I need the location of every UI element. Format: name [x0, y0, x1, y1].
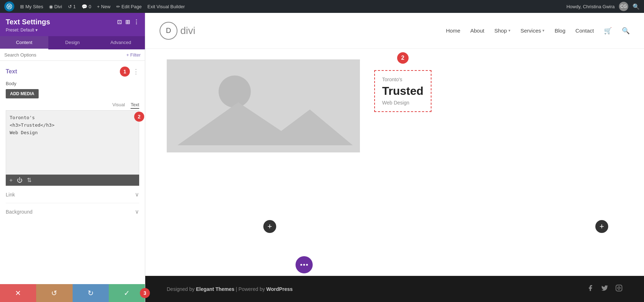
hero-small-text: Toronto's [382, 77, 424, 82]
avatar[interactable]: CG [619, 2, 628, 11]
editor-line-3: Web Design [10, 129, 135, 137]
background-section: Background ∨ [6, 203, 139, 220]
toolbar-arrows-btn[interactable]: ⇅ [27, 177, 31, 184]
logo-text: divi [180, 25, 195, 36]
section-more-icon[interactable]: ⋮ [133, 68, 139, 76]
admin-bar-right: Howdy, Christina Gwira CG 🔍 [566, 2, 640, 11]
services-arrow-icon: ▾ [542, 28, 545, 33]
comments-btn[interactable]: 💬 0 [82, 4, 91, 9]
site-nav-links: Home About Shop ▾ Services ▾ Blog Contac [446, 27, 630, 35]
nav-about[interactable]: About [470, 28, 484, 34]
svg-rect-5 [616, 285, 622, 291]
my-sites-menu[interactable]: ⊞ My Sites [20, 4, 43, 9]
panel-title-text: Text Settings [6, 18, 50, 26]
more-icon[interactable]: ⋮ [133, 19, 139, 25]
search-bar: + Filter [0, 49, 145, 61]
plus-button-right[interactable]: + [595, 220, 608, 233]
search-input[interactable] [4, 52, 123, 58]
bottom-buttons: ✕ ↺ ↻ ✓ 3 [0, 284, 145, 302]
toolbar-power-btn[interactable]: ⏻ [17, 177, 23, 184]
text-tab[interactable]: Text [131, 101, 139, 109]
hero-image-placeholder [167, 59, 360, 152]
divi-menu[interactable]: ◉ Divi [49, 4, 62, 9]
background-chevron-icon: ∨ [135, 208, 139, 215]
comment-icon: 💬 [82, 4, 87, 9]
fab-button[interactable] [296, 256, 313, 273]
nav-home[interactable]: Home [446, 28, 460, 34]
shop-arrow-icon: ▾ [508, 28, 511, 33]
text-section-header: Text 1 ⋮ [6, 67, 139, 77]
text-module-box[interactable]: Toronto's Trusted Web Design [374, 70, 431, 112]
instagram-icon[interactable] [615, 284, 623, 293]
facebook-icon[interactable] [587, 284, 594, 293]
preview-area: D divi Home About Shop ▾ Services ▾ [145, 13, 644, 302]
panel-tabs: Content Design Advanced [0, 36, 145, 49]
link-chevron-icon: ∨ [135, 191, 139, 198]
nav-blog[interactable]: Blog [555, 28, 565, 34]
svg-point-8 [303, 264, 305, 266]
editor-toolbar: + ⏻ ⇅ [6, 175, 139, 186]
add-media-button[interactable]: ADD MEDIA [6, 89, 39, 98]
search-icon[interactable]: 🔍 [633, 3, 640, 10]
wp-admin-bar: W ⊞ My Sites ◉ Divi ↺ 1 💬 0 + New ✏ Edit… [0, 0, 644, 13]
text-editor[interactable]: Toronto's <h3>Trusted</h3> Web Design [6, 110, 139, 175]
site-logo: D divi [160, 22, 195, 40]
exit-builder-btn[interactable]: Exit Visual Builder [147, 4, 185, 9]
edit-page-btn[interactable]: ✏ Edit Page [116, 4, 142, 9]
panel-title-row: Text Settings ⊡ ⊞ ⋮ [6, 18, 139, 26]
new-btn[interactable]: + New [97, 4, 111, 9]
search-nav-icon[interactable]: 🔍 [622, 27, 630, 35]
badge-3: 3 [140, 288, 150, 298]
wordpress-logo[interactable]: W [4, 1, 14, 11]
body-label: Body [6, 81, 139, 86]
twitter-icon[interactable] [601, 284, 608, 293]
footer-text: Designed by Elegant Themes | Powered by … [167, 286, 293, 292]
toolbar-plus-btn[interactable]: + [9, 177, 13, 184]
link-section-header[interactable]: Link ∨ [6, 191, 139, 198]
tab-advanced[interactable]: Advanced [97, 36, 145, 49]
hero-text-area: 2 Toronto's Trusted Web Design [374, 59, 431, 112]
tab-content[interactable]: Content [0, 36, 48, 49]
split-icon[interactable]: ⊞ [125, 19, 130, 25]
save-button[interactable]: ✓ [109, 284, 145, 302]
text-section-title: Text [6, 68, 17, 75]
section-controls: 1 ⋮ [120, 67, 139, 77]
editor-line-1: Toronto's [10, 114, 135, 122]
divi-icon: ◉ [49, 4, 53, 9]
cart-icon[interactable]: 🛒 [604, 27, 612, 35]
hero-section: 2 Toronto's Trusted Web Design + + [145, 49, 644, 276]
visual-tab[interactable]: Visual [112, 101, 125, 109]
redo-button[interactable]: ↻ [73, 284, 109, 302]
nav-contact[interactable]: Contact [575, 28, 594, 34]
left-panel: Text Settings ⊡ ⊞ ⋮ Preset: Default ▾ Co… [0, 13, 145, 302]
collapse-icon[interactable]: ⊡ [117, 19, 122, 25]
hero-badge-2: 2 [397, 52, 409, 64]
undo-button[interactable]: ↺ [36, 284, 72, 302]
refresh-icon: ↺ [68, 4, 72, 9]
link-section: Link ∨ [6, 186, 139, 203]
hero-heading: Trusted [382, 84, 424, 98]
panel-header: Text Settings ⊡ ⊞ ⋮ Preset: Default ▾ [0, 13, 145, 36]
cancel-button[interactable]: ✕ [0, 284, 36, 302]
logo-letter: D [166, 26, 171, 35]
badge-2: 2 [134, 112, 144, 122]
svg-point-7 [301, 264, 302, 266]
site-footer: Designed by Elegant Themes | Powered by … [145, 276, 644, 302]
filter-button[interactable]: + Filter [126, 52, 141, 58]
background-section-header[interactable]: Background ∨ [6, 208, 139, 215]
editor-line-2: <h3>Trusted</h3> [10, 122, 135, 129]
svg-text:W: W [8, 5, 11, 9]
nav-services[interactable]: Services ▾ [521, 28, 545, 34]
plus-icon: + [97, 4, 100, 9]
logo-circle: D [160, 22, 177, 40]
editor-mode-tabs: Visual Text [6, 101, 139, 109]
text-editor-wrapper: Toronto's <h3>Trusted</h3> Web Design 2 [6, 110, 139, 175]
panel-preset[interactable]: Preset: Default ▾ [6, 28, 139, 33]
tab-design[interactable]: Design [48, 36, 97, 49]
panel-content: Text 1 ⋮ Body ADD MEDIA Visual Text Toro… [0, 61, 145, 284]
plus-button-left[interactable]: + [263, 220, 276, 233]
refresh-btn[interactable]: ↺ 1 [68, 4, 76, 9]
nav-shop[interactable]: Shop ▾ [494, 28, 511, 34]
pencil-icon: ✏ [116, 4, 120, 9]
footer-social [587, 284, 623, 293]
